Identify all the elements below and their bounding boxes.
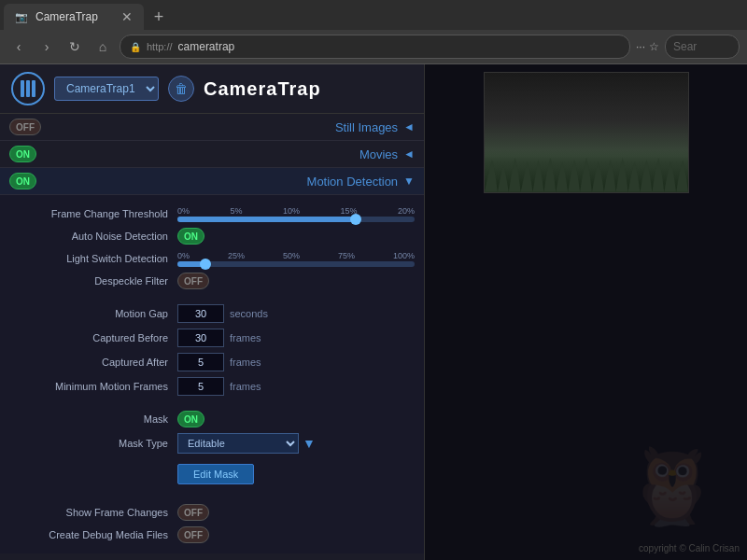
motion-gap-label: Motion Gap <box>9 308 168 319</box>
light-switch-thumb[interactable] <box>200 259 211 270</box>
motion-detection-toggle[interactable]: ON <box>9 173 36 189</box>
motion-detection-content: Frame Change Threshold 0% 5% 10% 15% 20% <box>0 195 424 560</box>
still-images-toggle[interactable]: OFF <box>9 119 41 135</box>
mask-type-row: Mask Type Editable Fixed None ▼ <box>0 430 424 456</box>
despeckle-row: Despeckle Filter OFF <box>0 270 424 292</box>
logo-stripes <box>21 80 35 97</box>
delete-device-btn[interactable]: 🗑 <box>168 76 194 102</box>
device-select[interactable]: CameraTrap1 <box>54 77 159 101</box>
app-header: CameraTrap1 🗑 CameraTrap <box>0 64 424 114</box>
back-btn[interactable]: ‹ <box>7 35 30 58</box>
still-images-title: Still Images <box>335 120 398 134</box>
left-panel: CameraTrap1 🗑 CameraTrap OFF Still Image… <box>0 64 425 560</box>
bookmark-icon[interactable]: ☆ <box>649 40 659 53</box>
app-container: CameraTrap1 🗑 CameraTrap OFF Still Image… <box>0 64 747 560</box>
dots-menu[interactable]: ··· <box>636 40 645 53</box>
logo-stripe-2 <box>26 80 30 97</box>
min-motion-frames-unit: frames <box>230 381 261 392</box>
right-panel: 🦉 copyright © Calin Crisan <box>425 64 747 560</box>
mask-row: Mask ON <box>0 408 424 430</box>
min-motion-frames-row: Minimum Motion Frames frames <box>0 374 424 399</box>
spacer-2 <box>0 399 424 408</box>
spacer-3 <box>0 492 424 501</box>
forward-btn[interactable]: › <box>35 35 58 58</box>
show-frame-changes-toggle[interactable]: OFF <box>177 504 209 521</box>
refresh-btn[interactable]: ↻ <box>63 35 86 58</box>
motion-detection-title: Motion Detection <box>307 175 399 189</box>
mask-type-dropdown-icon: ▼ <box>303 436 316 451</box>
active-tab[interactable]: 📷 CameraTrap ✕ <box>4 4 144 30</box>
light-switch-slider[interactable]: 0% 25% 50% 75% 100% <box>177 251 415 267</box>
create-debug-label: Create Debug Media Files <box>9 529 168 540</box>
app-logo <box>11 72 45 105</box>
despeckle-label: Despeckle Filter <box>9 275 168 287</box>
camera-preview <box>484 72 689 193</box>
mask-label: Mask <box>9 413 168 425</box>
min-motion-frames-input[interactable] <box>177 377 224 396</box>
preview-image <box>485 73 688 192</box>
logo-stripe-3 <box>32 80 35 97</box>
auto-noise-row: Auto Noise Detection ON <box>0 225 424 247</box>
app-title: CameraTrap <box>204 78 321 100</box>
mask-type-select[interactable]: Editable Fixed None <box>177 433 299 454</box>
captured-before-input[interactable] <box>177 329 224 347</box>
motion-gap-input[interactable] <box>177 304 224 323</box>
address-url: cameratrap <box>178 40 235 53</box>
create-debug-toggle[interactable]: OFF <box>177 526 209 543</box>
search-placeholder: Sear <box>673 40 697 53</box>
logo-stripe-1 <box>21 80 24 97</box>
despeckle-toggle[interactable]: OFF <box>177 273 209 289</box>
motion-gap-unit: seconds <box>230 308 268 319</box>
nav-extras: ··· ☆ <box>636 40 659 53</box>
mask-toggle[interactable]: ON <box>177 411 204 427</box>
light-switch-track[interactable] <box>177 261 415 267</box>
motion-detection-section-header[interactable]: ON Motion Detection ▼ <box>0 168 424 195</box>
light-switch-row: Light Switch Detection 0% 25% 50% 75% 10… <box>0 247 424 270</box>
movies-arrow: ◄ <box>403 147 415 161</box>
captured-after-input[interactable] <box>177 353 224 371</box>
grass-svg <box>485 141 688 192</box>
copyright-text: copyright © Calin Crisan <box>639 543 740 553</box>
owl-watermark: 🦉 <box>626 449 719 524</box>
grass-path <box>485 158 688 192</box>
device-select-wrapper: CameraTrap1 <box>54 77 159 101</box>
edit-mask-wrapper: Edit Mask <box>0 456 424 492</box>
captured-after-row: Captured After frames <box>0 350 424 374</box>
frame-change-fill <box>177 217 356 222</box>
search-box[interactable]: Sear <box>665 35 740 59</box>
tab-favicon: 📷 <box>15 11 28 23</box>
show-frame-changes-row: Show Frame Changes OFF <box>0 501 424 524</box>
captured-after-unit: frames <box>230 357 261 368</box>
movies-section[interactable]: ON Movies ◄ <box>0 141 424 168</box>
frame-change-threshold-row: Frame Change Threshold 0% 5% 10% 15% 20% <box>0 203 424 225</box>
tab-bar: 📷 CameraTrap ✕ + <box>0 0 747 30</box>
new-tab-btn[interactable]: + <box>146 4 172 30</box>
still-images-arrow: ◄ <box>403 120 415 133</box>
still-images-section[interactable]: OFF Still Images ◄ <box>0 114 424 141</box>
mask-type-label: Mask Type <box>9 438 168 449</box>
frame-change-threshold-slider[interactable]: 0% 5% 10% 15% 20% <box>177 206 415 222</box>
show-frame-changes-label: Show Frame Changes <box>9 507 168 518</box>
auto-noise-toggle[interactable]: ON <box>177 228 204 245</box>
lock-icon: 🔒 <box>130 42 141 52</box>
tab-close-btn[interactable]: ✕ <box>121 9 133 24</box>
home-btn[interactable]: ⌂ <box>92 35 114 58</box>
motion-notifications-section[interactable]: Motion Notifications ◄ <box>0 553 424 560</box>
tab-title: CameraTrap <box>35 10 98 23</box>
spacer-1 <box>0 292 424 301</box>
frame-change-threshold-label: Frame Change Threshold <box>9 208 168 219</box>
captured-after-label: Captured After <box>9 357 168 368</box>
min-motion-frames-label: Minimum Motion Frames <box>9 381 168 392</box>
address-bar[interactable]: 🔒 http:// cameratrap <box>120 35 630 59</box>
captured-before-row: Captured Before frames <box>0 326 424 350</box>
frame-change-thumb[interactable] <box>350 214 361 225</box>
motion-gap-row: Motion Gap seconds <box>0 301 424 326</box>
address-protocol: http:// <box>147 41 173 52</box>
captured-before-label: Captured Before <box>9 332 168 343</box>
frame-change-track[interactable] <box>177 217 415 222</box>
light-switch-label: Light Switch Detection <box>9 253 168 264</box>
edit-mask-btn[interactable]: Edit Mask <box>177 464 254 484</box>
browser-chrome: 📷 CameraTrap ✕ + ‹ › ↻ ⌂ 🔒 http:// camer… <box>0 0 747 64</box>
motion-detection-arrow: ▼ <box>403 175 415 188</box>
movies-toggle[interactable]: ON <box>9 146 36 162</box>
